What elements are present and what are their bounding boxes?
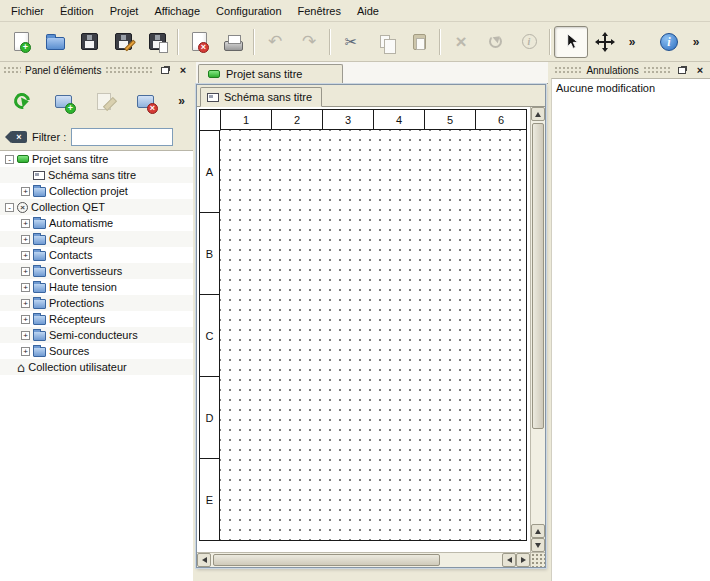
copy-button[interactable] — [368, 26, 402, 58]
scroll-left-button-right[interactable] — [502, 553, 516, 567]
dock-close-button[interactable] — [176, 64, 190, 77]
dock-close-button[interactable] — [693, 64, 707, 77]
menu-affichage[interactable]: Affichage — [146, 0, 208, 21]
toolbar-separator — [549, 29, 551, 55]
expander-icon[interactable]: + — [21, 187, 30, 196]
expander-icon[interactable]: + — [21, 267, 30, 276]
undo-button[interactable] — [258, 26, 292, 58]
scroll-right-button[interactable] — [516, 553, 530, 567]
redo-button[interactable] — [292, 26, 326, 58]
horizontal-scroll-thumb[interactable] — [213, 554, 440, 566]
paste-button[interactable] — [402, 26, 436, 58]
menu-fichier[interactable]: Fichier — [3, 0, 52, 21]
toolbar-separator — [177, 29, 179, 55]
dock-grip[interactable] — [3, 66, 21, 74]
diagram-viewport[interactable]: 1 2 3 4 5 6 A B C D E — [197, 107, 530, 552]
new-element-button[interactable] — [49, 87, 77, 115]
expander-icon[interactable]: + — [21, 219, 30, 228]
print-button[interactable] — [216, 26, 250, 58]
open-file-button[interactable] — [38, 26, 72, 58]
horizontal-scroll-track[interactable] — [211, 553, 502, 567]
tree-item-schema-sans-titre[interactable]: Schéma sans titre — [0, 167, 193, 183]
elements-panel-titlebar[interactable]: Panel d'éléments — [0, 62, 193, 78]
visualisation-mode-button[interactable] — [588, 26, 622, 58]
menu-fenetres[interactable]: Fenêtres — [290, 0, 349, 21]
red-cross-badge-icon — [147, 103, 158, 114]
cut-button[interactable] — [334, 26, 368, 58]
vertical-scroll-track[interactable] — [531, 121, 545, 524]
vertical-scrollbar[interactable] — [530, 107, 545, 552]
help-overflow-button[interactable] — [686, 26, 706, 58]
tree-item-collection-projet[interactable]: + Collection projet — [0, 183, 193, 199]
expander-icon[interactable]: - — [5, 203, 14, 212]
expander-icon[interactable]: + — [21, 251, 30, 260]
edit-element-button[interactable] — [90, 87, 118, 115]
panel-overflow-button[interactable] — [178, 95, 185, 107]
elements-panel: Panel d'éléments — [0, 62, 193, 581]
expander-icon[interactable]: + — [21, 331, 30, 340]
scroll-up-button-bottom[interactable] — [531, 524, 545, 538]
expander-icon[interactable]: + — [21, 315, 30, 324]
menu-aide[interactable]: Aide — [349, 0, 387, 21]
toolbar-overflow-button[interactable] — [622, 26, 642, 58]
scroll-down-button[interactable] — [531, 538, 545, 552]
filter-input[interactable] — [71, 128, 173, 146]
horizontal-scrollbar[interactable] — [197, 552, 530, 567]
tree-item-automatisme[interactable]: + Automatisme — [0, 215, 193, 231]
tree-item-collection-qet[interactable]: - Collection QET — [0, 199, 193, 215]
dock-grip[interactable] — [554, 66, 582, 74]
undo-history-list[interactable]: Aucune modification — [551, 78, 710, 581]
tree-item-recepteurs[interactable]: + Récepteurs — [0, 311, 193, 327]
expander-icon[interactable]: - — [5, 155, 14, 164]
tree-item-capteurs[interactable]: + Capteurs — [0, 231, 193, 247]
save-button[interactable] — [72, 26, 106, 58]
tree-item-contacts[interactable]: + Contacts — [0, 247, 193, 263]
undo-panel-titlebar[interactable]: Annulations — [551, 62, 710, 78]
element-info-button[interactable] — [512, 26, 546, 58]
main-toolbar — [0, 22, 710, 62]
tree-item-haute-tension[interactable]: + Haute tension — [0, 279, 193, 295]
expander-icon[interactable]: + — [21, 347, 30, 356]
folder-icon — [33, 235, 46, 245]
clear-filter-icon[interactable] — [11, 131, 27, 143]
expander-icon[interactable]: + — [21, 283, 30, 292]
delete-button[interactable] — [444, 26, 478, 58]
main-content: Panel d'éléments — [0, 62, 710, 581]
dock-float-button[interactable] — [675, 64, 689, 77]
about-button[interactable] — [652, 26, 686, 58]
scroll-left-button[interactable] — [197, 553, 211, 567]
dock-float-button[interactable] — [158, 64, 172, 77]
tree-item-semi-conducteurs[interactable]: + Semi-conducteurs — [0, 327, 193, 343]
vertical-scroll-thumb[interactable] — [532, 123, 544, 429]
close-icon — [697, 65, 703, 76]
close-icon — [180, 65, 186, 76]
save-as-button[interactable] — [106, 26, 140, 58]
menu-projet[interactable]: Projet — [102, 0, 147, 21]
scroll-up-button[interactable] — [531, 107, 545, 121]
delete-element-button[interactable] — [131, 87, 159, 115]
dock-grip[interactable] — [643, 66, 671, 74]
selection-mode-button[interactable] — [554, 26, 588, 58]
grid-dots[interactable] — [220, 130, 526, 540]
row-header: A — [200, 130, 220, 212]
reload-collections-button[interactable] — [8, 87, 36, 115]
tree-item-protections[interactable]: + Protections — [0, 295, 193, 311]
tree-item-convertisseurs[interactable]: + Convertisseurs — [0, 263, 193, 279]
close-file-button[interactable] — [182, 26, 216, 58]
new-file-button[interactable] — [4, 26, 38, 58]
menu-configuration[interactable]: Configuration — [208, 0, 289, 21]
schema-tab[interactable]: Schéma sans titre — [200, 87, 322, 107]
dock-grip[interactable] — [105, 66, 154, 74]
undo-empty-message: Aucune modification — [552, 79, 710, 97]
project-tab[interactable]: Projet sans titre — [198, 64, 343, 84]
rotate-button[interactable] — [478, 26, 512, 58]
tree-item-collection-utilisateur[interactable]: Collection utilisateur — [0, 359, 193, 375]
save-all-button[interactable] — [140, 26, 174, 58]
tree-item-projet-sans-titre[interactable]: - Projet sans titre — [0, 151, 193, 167]
tree-item-sources[interactable]: + Sources — [0, 343, 193, 359]
header-corner — [200, 110, 220, 130]
expander-icon[interactable]: + — [21, 299, 30, 308]
expander-icon[interactable]: + — [21, 235, 30, 244]
menu-edition[interactable]: Édition — [52, 0, 102, 21]
resize-grip[interactable] — [530, 552, 545, 567]
